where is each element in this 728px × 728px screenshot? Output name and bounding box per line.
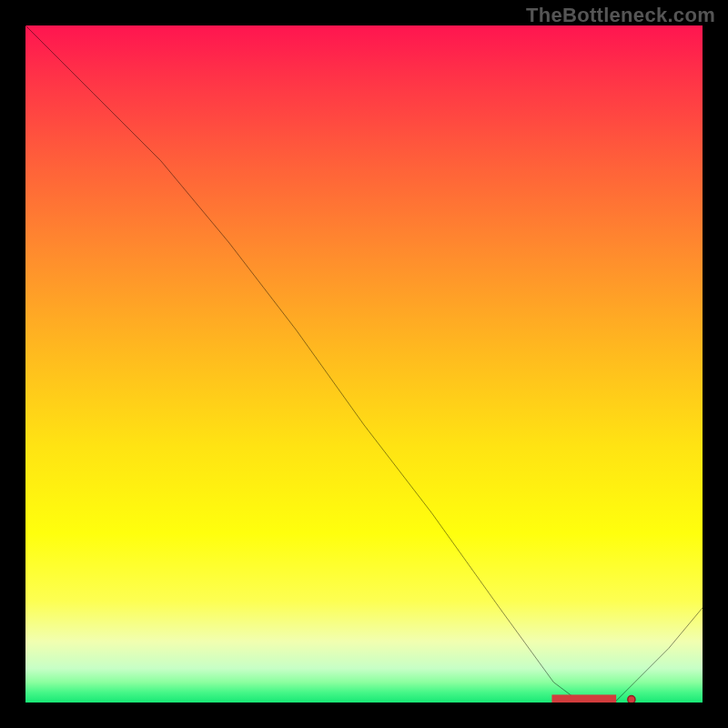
svg-point-1 bbox=[628, 696, 635, 703]
highlight-range bbox=[553, 696, 635, 703]
chart-svg bbox=[25, 25, 703, 703]
plot-area bbox=[25, 25, 703, 703]
svg-rect-0 bbox=[553, 696, 614, 703]
bottleneck-curve bbox=[25, 25, 703, 703]
watermark-label: TheBottleneck.com bbox=[526, 4, 715, 27]
chart-frame: TheBottleneck.com bbox=[0, 0, 728, 728]
